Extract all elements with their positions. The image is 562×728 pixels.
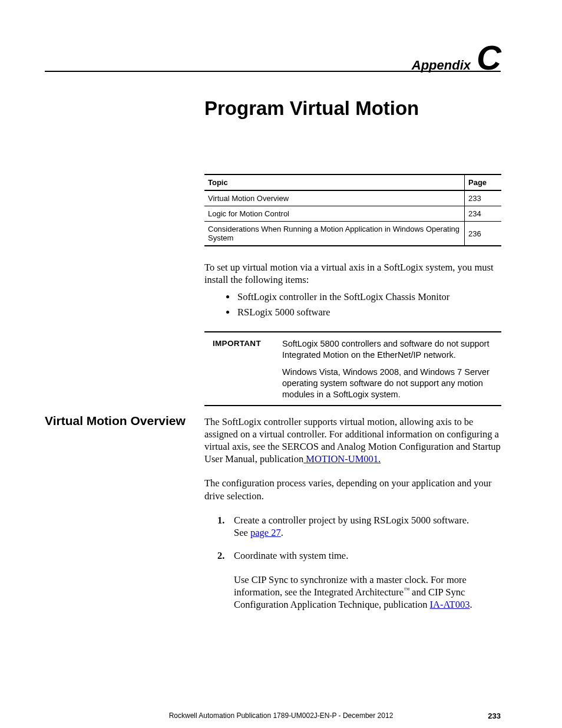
section-heading: Virtual Motion Overview (45, 414, 186, 428)
intro-paragraph: To set up virtual motion via a virtual a… (204, 262, 501, 286)
step-1-post: . (281, 527, 283, 538)
step-2-line1: Coordinate with system time. (234, 549, 501, 562)
list-item: SoftLogix controller in the SoftLogix Ch… (236, 289, 501, 305)
important-p1: SoftLogix 5800 controllers and software … (282, 338, 497, 361)
important-content: SoftLogix 5800 controllers and software … (277, 332, 501, 405)
topic-cell: Logic for Motion Control (204, 206, 465, 222)
step-2: Coordinate with system time. Use CIP Syn… (234, 549, 501, 611)
table-row: Considerations When Running a Motion App… (204, 222, 501, 246)
page-cell: 234 (465, 206, 502, 222)
link-motion-um001[interactable]: MOTION-UM001. (303, 453, 381, 465)
topic-cell: Considerations When Running a Motion App… (204, 222, 465, 246)
chapter-title: Program Virtual Motion (204, 97, 419, 120)
trademark-symbol: ™ (404, 587, 409, 593)
topic-table-head-page: Page (465, 174, 502, 190)
body-p2: The configuration process varies, depend… (204, 477, 501, 502)
step-1-see: See (234, 527, 250, 538)
steps-list: Create a controller project by using RSL… (204, 514, 501, 611)
body-p1: The SoftLogix controller supports virtua… (204, 416, 501, 465)
step-1-line2: See page 27. (234, 526, 501, 539)
page-cell: 233 (465, 190, 502, 206)
table-row: Logic for Motion Control 234 (204, 206, 501, 222)
topic-table-head-topic: Topic (204, 174, 465, 190)
body-block: The SoftLogix controller supports virtua… (204, 416, 501, 621)
link-page-27[interactable]: page 27 (250, 527, 281, 538)
topic-cell: Virtual Motion Overview (204, 190, 465, 206)
step-2-post: . (470, 599, 472, 610)
footer-publication: Rockwell Automation Publication 1789-UM0… (0, 711, 562, 720)
page-cell: 236 (465, 222, 502, 246)
list-item: RSLogix 5000 software (236, 305, 501, 320)
intro-list: SoftLogix controller in the SoftLogix Ch… (204, 289, 501, 319)
topic-table: Topic Page Virtual Motion Overview 233 L… (204, 174, 501, 246)
page-number: 233 (488, 711, 501, 720)
table-row: Virtual Motion Overview 233 (204, 190, 501, 206)
important-label: IMPORTANT (204, 332, 277, 405)
step-1: Create a controller project by using RSL… (234, 514, 501, 539)
header-rule (45, 71, 501, 72)
step-2-sub: Use CIP Sync to synchronize with a maste… (234, 574, 501, 611)
appendix-label: Appendix C (412, 42, 501, 73)
link-ia-at003[interactable]: IA-AT003 (430, 599, 470, 610)
important-box: IMPORTANT SoftLogix 5800 controllers and… (204, 331, 501, 406)
important-p2: Windows Vista, Windows 2008, and Windows… (282, 367, 497, 400)
step-1-line1: Create a controller project by using RSL… (234, 514, 501, 526)
